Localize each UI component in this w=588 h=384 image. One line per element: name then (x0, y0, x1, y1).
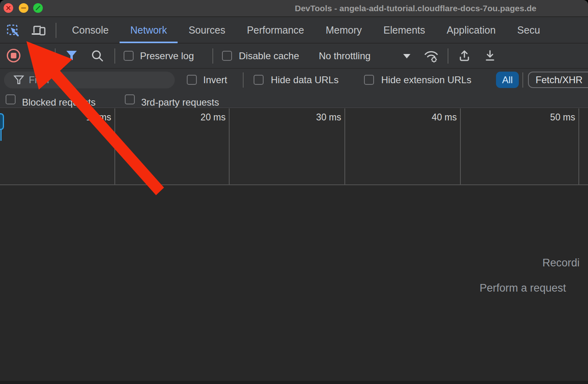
blocked-requests-checkbox[interactable] (6, 94, 16, 104)
minimize-window-button[interactable] (19, 3, 28, 13)
tab-application[interactable]: Application (436, 17, 506, 43)
export-har-button[interactable] (483, 49, 497, 65)
timeline-gridline (460, 108, 461, 184)
window-title: DevTools - angela-add-tutorial.cloudflar… (295, 0, 536, 17)
divider (55, 48, 56, 64)
timeline-tick-label: 40 ms (409, 112, 457, 123)
timeline-gridline (114, 108, 115, 184)
devtools-tab-bar: Console Network Sources Performance Memo… (0, 17, 588, 43)
hide-extension-urls-checkbox[interactable] (364, 75, 374, 85)
divider (56, 23, 56, 38)
empty-state-hint-text: Perform a request (480, 282, 566, 294)
hide-data-urls-label: Hide data URLs (271, 74, 338, 86)
divider (243, 72, 244, 88)
timeline-tick-label: 10 ms (63, 112, 111, 123)
minimize-icon (19, 3, 28, 13)
record-stop-icon (6, 48, 21, 63)
timeline-gridline (229, 108, 230, 184)
tab-network[interactable]: Network (120, 17, 178, 43)
timeline-gridline (344, 108, 345, 184)
inspect-element-button[interactable] (6, 23, 20, 38)
title-bar: DevTools - angela-add-tutorial.cloudflar… (0, 0, 588, 17)
clear-icon (30, 48, 44, 63)
filter-funnel-icon (65, 50, 78, 62)
disable-cache-checkbox[interactable] (222, 51, 232, 61)
clear-network-log-button[interactable] (30, 48, 44, 64)
timeline-tick-label: 20 ms (178, 112, 226, 123)
invert-checkbox[interactable] (187, 75, 197, 85)
tab-security[interactable]: Secu (506, 17, 551, 43)
network-toolbar: Preserve log Disable cache No throttling (0, 44, 588, 68)
zoom-icon (33, 3, 43, 13)
show-filter-button[interactable] (65, 50, 78, 63)
overview-edge-line (0, 130, 2, 141)
upload-icon (457, 49, 472, 63)
tab-performance[interactable]: Performance (236, 17, 315, 43)
recording-status-text: Recordi (542, 257, 580, 269)
close-icon (4, 3, 13, 13)
tab-memory[interactable]: Memory (315, 17, 372, 43)
devtools-window: DevTools - angela-add-tutorial.cloudflar… (0, 0, 588, 384)
throttling-select[interactable]: No throttling (319, 50, 370, 62)
filter-input-pill[interactable] (4, 72, 175, 88)
divider (448, 48, 448, 64)
network-conditions-button[interactable] (424, 49, 440, 64)
tab-sources[interactable]: Sources (178, 17, 236, 43)
more-filters-bar: Blocked requests 3rd-party requests (0, 91, 588, 108)
search-icon (90, 49, 105, 63)
device-toolbar-icon (31, 23, 46, 38)
tab-console[interactable]: Console (61, 17, 120, 43)
toggle-device-toolbar-button[interactable] (31, 23, 46, 38)
import-har-button[interactable] (457, 49, 472, 65)
hide-extension-urls-label: Hide extension URLs (381, 74, 471, 86)
inspect-cursor-icon (6, 23, 20, 38)
preserve-log-label: Preserve log (140, 50, 194, 62)
request-type-fetch-xhr-button[interactable]: Fetch/XHR (528, 72, 588, 88)
third-party-requests-checkbox[interactable] (125, 94, 135, 104)
tab-elements[interactable]: Elements (373, 17, 436, 43)
filter-bar: Invert Hide data URLs Hide extension URL… (0, 69, 588, 91)
preserve-log-checkbox[interactable] (124, 51, 134, 61)
window-bottom-edge (0, 381, 588, 384)
chevron-down-icon[interactable] (403, 54, 410, 58)
hide-data-urls-checkbox[interactable] (254, 75, 264, 85)
network-conditions-icon (424, 49, 440, 63)
download-icon (483, 49, 497, 63)
divider (114, 48, 115, 64)
timeline-tick-label: 50 ms (527, 112, 575, 123)
divider (212, 48, 213, 64)
filter-funnel-outline-icon (14, 75, 24, 85)
panel-tabs: Console Network Sources Performance Memo… (61, 17, 551, 43)
record-network-log-button[interactable] (6, 48, 21, 65)
timeline-tick-label: 30 ms (293, 112, 341, 123)
overview-edge-handle[interactable] (0, 113, 4, 130)
request-type-all-button[interactable]: All (496, 72, 519, 88)
network-overview-strip[interactable]: 10 ms 20 ms 30 ms 40 ms 50 ms (0, 108, 588, 185)
filter-input[interactable] (29, 74, 168, 86)
search-network-button[interactable] (90, 49, 105, 65)
timeline-gridline (578, 108, 579, 184)
close-window-button[interactable] (4, 3, 13, 13)
zoom-window-button[interactable] (33, 3, 43, 13)
divider (522, 72, 523, 88)
invert-label: Invert (203, 74, 227, 86)
disable-cache-label: Disable cache (239, 50, 299, 62)
